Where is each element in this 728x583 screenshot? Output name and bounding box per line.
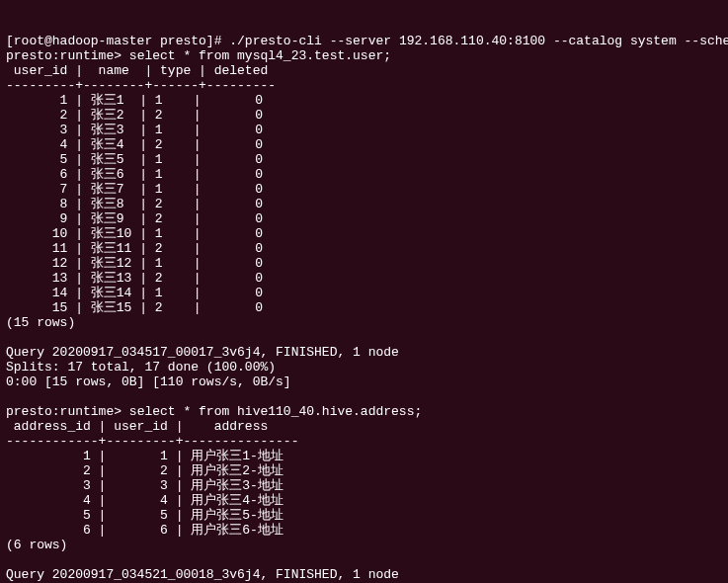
table-row: 11 | 张三11 | 2 | 0 [6,241,271,256]
table-row: 15 | 张三15 | 2 | 0 [6,300,271,315]
table-row: 10 | 张三10 | 1 | 0 [6,226,271,241]
query2-summary: Query 20200917_034521_00018_3v6j4, FINIS… [6,567,399,582]
table-row: 5 | 5 | 用户张三5-地址 [6,508,291,523]
table-row: 4 | 张三4 | 2 | 0 [6,137,271,152]
table-row: 6 | 6 | 用户张三6-地址 [6,523,291,538]
table-row: 2 | 张三2 | 2 | 0 [6,108,271,123]
shell-prompt: [root@hadoop-master presto]# [6,34,229,48]
presto-prompt: presto:runtime> [6,404,129,419]
presto-prompt: presto:runtime> [6,48,129,63]
table-row: 8 | 张三8 | 2 | 0 [6,197,271,211]
query1-header-row: user_id | name | type | deleted [6,63,276,78]
query1-separator: ---------+--------+------+--------- [6,78,276,93]
query2-rowcount: (6 rows) [6,538,67,552]
table-row: 5 | 张三5 | 1 | 0 [6,152,271,167]
shell-command: ./presto-cli --server 192.168.110.40:810… [229,34,728,48]
query1-rowcount: (15 rows) [6,315,75,330]
table-row: 12 | 张三12 | 1 | 0 [6,256,271,271]
table-row: 4 | 4 | 用户张三4-地址 [6,493,291,508]
query1-sql: select * from mysql4_23.test.user; [129,48,391,63]
table-row: 6 | 张三6 | 1 | 0 [6,167,271,182]
table-row: 2 | 2 | 用户张三2-地址 [6,463,291,478]
table-row: 7 | 张三7 | 1 | 0 [6,182,271,197]
table-row: 13 | 张三13 | 2 | 0 [6,271,271,286]
query1-splits: Splits: 17 total, 17 done (100.00%) [6,360,276,375]
table-row: 1 | 张三1 | 1 | 0 [6,93,271,108]
query2-header-row: address_id | user_id | address [6,419,298,434]
table-row: 9 | 张三9 | 2 | 0 [6,211,271,226]
query2-separator: ------------+---------+--------------- [6,434,298,449]
table-row: 3 | 张三3 | 1 | 0 [6,123,271,137]
query1-timing: 0:00 [15 rows, 0B] [110 rows/s, 0B/s] [6,375,291,389]
query2-sql: select * from hive110_40.hive.address; [129,404,422,419]
table-row: 14 | 张三14 | 1 | 0 [6,286,271,300]
table-row: 3 | 3 | 用户张三3-地址 [6,478,291,493]
query1-summary: Query 20200917_034517_00017_3v6j4, FINIS… [6,345,399,360]
table-row: 1 | 1 | 用户张三1-地址 [6,449,291,463]
terminal-output[interactable]: [root@hadoop-master presto]# ./presto-cl… [6,34,722,583]
